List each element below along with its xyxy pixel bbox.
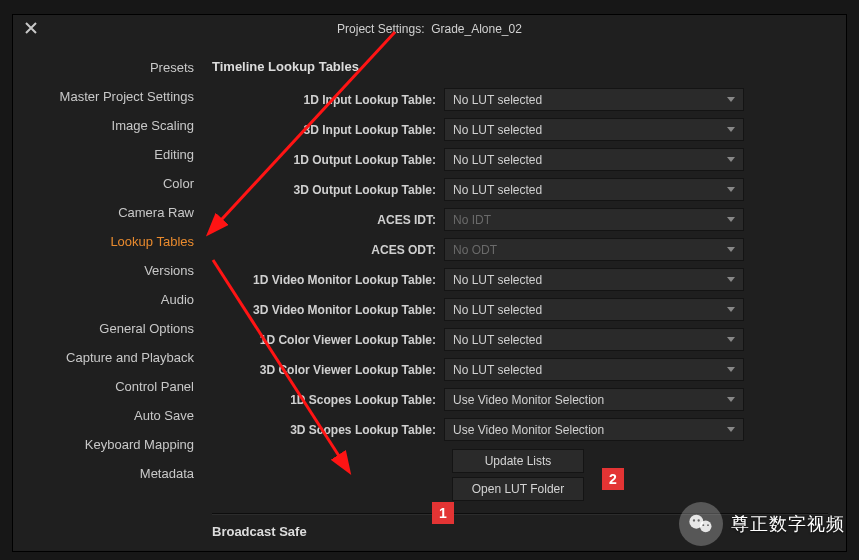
row-label: ACES IDT: xyxy=(212,213,444,227)
row-label: 1D Video Monitor Lookup Table: xyxy=(212,273,444,287)
dropdown-value: No LUT selected xyxy=(453,93,542,107)
watermark: 尊正数字视频 xyxy=(679,502,845,546)
lut-row: 1D Color Viewer Lookup Table:No LUT sele… xyxy=(212,328,828,351)
close-icon[interactable] xyxy=(23,20,39,36)
sidebar-item-audio[interactable]: Audio xyxy=(13,285,208,314)
dropdown-value: Use Video Monitor Selection xyxy=(453,393,604,407)
sidebar-item-editing[interactable]: Editing xyxy=(13,140,208,169)
chevron-down-icon xyxy=(727,337,735,342)
dropdown-value: No LUT selected xyxy=(453,123,542,137)
lut-dropdown[interactable]: No LUT selected xyxy=(444,358,744,381)
open-lut-folder-button[interactable]: Open LUT Folder xyxy=(452,477,584,501)
chevron-down-icon xyxy=(727,427,735,432)
lut-row: 3D Output Lookup Table:No LUT selected xyxy=(212,178,828,201)
lut-dropdown[interactable]: No LUT selected xyxy=(444,148,744,171)
chevron-down-icon xyxy=(727,187,735,192)
chevron-down-icon xyxy=(727,277,735,282)
lut-dropdown: No IDT xyxy=(444,208,744,231)
sidebar-item-metadata[interactable]: Metadata xyxy=(13,459,208,488)
project-settings-window: Project Settings: Grade_Alone_02 Presets… xyxy=(12,14,847,552)
lut-dropdown[interactable]: No LUT selected xyxy=(444,118,744,141)
dropdown-value: No LUT selected xyxy=(453,183,542,197)
dropdown-value: No IDT xyxy=(453,213,491,227)
svg-point-5 xyxy=(693,519,695,521)
project-name: Grade_Alone_02 xyxy=(431,22,522,36)
chevron-down-icon xyxy=(727,367,735,372)
sidebar-item-versions[interactable]: Versions xyxy=(13,256,208,285)
sidebar-item-control-panel[interactable]: Control Panel xyxy=(13,372,208,401)
sidebar-item-capture-and-playback[interactable]: Capture and Playback xyxy=(13,343,208,372)
lut-dropdown[interactable]: Use Video Monitor Selection xyxy=(444,388,744,411)
lut-row: ACES ODT:No ODT xyxy=(212,238,828,261)
sidebar-item-color[interactable]: Color xyxy=(13,169,208,198)
wechat-icon xyxy=(679,502,723,546)
chevron-down-icon xyxy=(727,217,735,222)
dropdown-value: No LUT selected xyxy=(453,273,542,287)
svg-point-6 xyxy=(698,519,700,521)
chevron-down-icon xyxy=(727,97,735,102)
chevron-down-icon xyxy=(727,397,735,402)
row-label: 1D Color Viewer Lookup Table: xyxy=(212,333,444,347)
lut-dropdown[interactable]: Use Video Monitor Selection xyxy=(444,418,744,441)
lut-row: 3D Video Monitor Lookup Table:No LUT sel… xyxy=(212,298,828,321)
row-label: 1D Scopes Lookup Table: xyxy=(212,393,444,407)
lut-row: 3D Color Viewer Lookup Table:No LUT sele… xyxy=(212,358,828,381)
sidebar-item-lookup-tables[interactable]: Lookup Tables xyxy=(13,227,208,256)
svg-point-7 xyxy=(702,524,704,526)
dropdown-value: No LUT selected xyxy=(453,363,542,377)
svg-point-8 xyxy=(707,524,709,526)
dropdown-value: No LUT selected xyxy=(453,153,542,167)
sidebar-item-presets[interactable]: Presets xyxy=(13,53,208,82)
dropdown-value: Use Video Monitor Selection xyxy=(453,423,604,437)
lut-row: 1D Video Monitor Lookup Table:No LUT sel… xyxy=(212,268,828,291)
titlebar: Project Settings: Grade_Alone_02 xyxy=(13,15,846,43)
lut-dropdown[interactable]: No LUT selected xyxy=(444,298,744,321)
watermark-text: 尊正数字视频 xyxy=(731,512,845,536)
chevron-down-icon xyxy=(727,127,735,132)
dropdown-value: No ODT xyxy=(453,243,497,257)
annotation-badge-2: 2 xyxy=(602,468,624,490)
dropdown-value: No LUT selected xyxy=(453,333,542,347)
lut-row: ACES IDT:No IDT xyxy=(212,208,828,231)
row-label: 1D Output Lookup Table: xyxy=(212,153,444,167)
svg-point-4 xyxy=(700,521,712,533)
lut-row: 1D Input Lookup Table:No LUT selected xyxy=(212,88,828,111)
row-label: 3D Output Lookup Table: xyxy=(212,183,444,197)
sidebar-item-keyboard-mapping[interactable]: Keyboard Mapping xyxy=(13,430,208,459)
title-prefix: Project Settings: xyxy=(337,22,424,36)
lut-row: 3D Scopes Lookup Table:Use Video Monitor… xyxy=(212,418,828,441)
lut-row: 1D Output Lookup Table:No LUT selected xyxy=(212,148,828,171)
content-panel: Timeline Lookup Tables 1D Input Lookup T… xyxy=(208,43,846,551)
row-label: ACES ODT: xyxy=(212,243,444,257)
update-lists-button[interactable]: Update Lists xyxy=(452,449,584,473)
lut-dropdown[interactable]: No LUT selected xyxy=(444,88,744,111)
section-title-timeline-lut: Timeline Lookup Tables xyxy=(212,59,828,74)
lut-row: 1D Scopes Lookup Table:Use Video Monitor… xyxy=(212,388,828,411)
chevron-down-icon xyxy=(727,157,735,162)
sidebar-item-image-scaling[interactable]: Image Scaling xyxy=(13,111,208,140)
lut-row: 3D Input Lookup Table:No LUT selected xyxy=(212,118,828,141)
lut-dropdown[interactable]: No LUT selected xyxy=(444,268,744,291)
sidebar-item-master-project-settings[interactable]: Master Project Settings xyxy=(13,82,208,111)
row-label: 1D Input Lookup Table: xyxy=(212,93,444,107)
chevron-down-icon xyxy=(727,247,735,252)
lut-dropdown: No ODT xyxy=(444,238,744,261)
sidebar-item-camera-raw[interactable]: Camera Raw xyxy=(13,198,208,227)
annotation-badge-1: 1 xyxy=(432,502,454,524)
row-label: 3D Video Monitor Lookup Table: xyxy=(212,303,444,317)
dropdown-value: No LUT selected xyxy=(453,303,542,317)
row-label: 3D Color Viewer Lookup Table: xyxy=(212,363,444,377)
sidebar-item-auto-save[interactable]: Auto Save xyxy=(13,401,208,430)
sidebar: PresetsMaster Project SettingsImage Scal… xyxy=(13,43,208,551)
lut-dropdown[interactable]: No LUT selected xyxy=(444,328,744,351)
sidebar-item-general-options[interactable]: General Options xyxy=(13,314,208,343)
row-label: 3D Scopes Lookup Table: xyxy=(212,423,444,437)
chevron-down-icon xyxy=(727,307,735,312)
lut-dropdown[interactable]: No LUT selected xyxy=(444,178,744,201)
row-label: 3D Input Lookup Table: xyxy=(212,123,444,137)
